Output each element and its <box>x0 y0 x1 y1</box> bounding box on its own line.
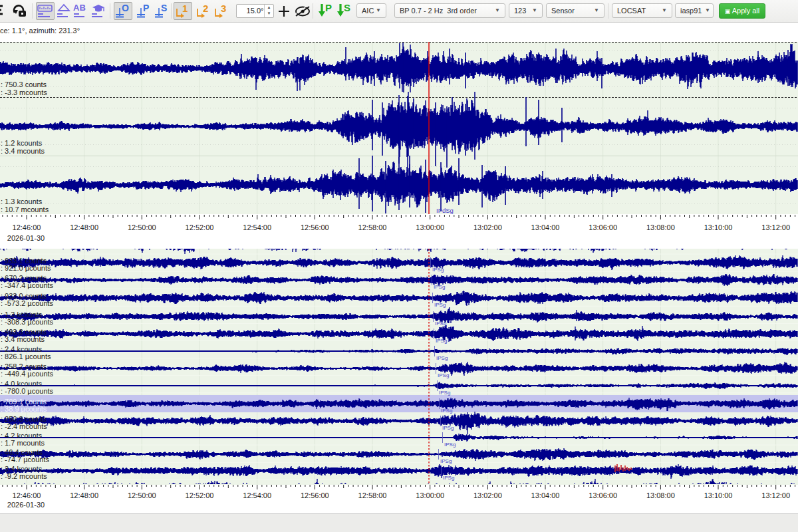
svg-text:: -573.2 µcounts: : -573.2 µcounts <box>1 299 54 307</box>
svg-text:12:52:00: 12:52:00 <box>186 491 214 499</box>
svg-text:P: P <box>143 3 149 13</box>
svg-text:13:10:00: 13:10:00 <box>704 491 733 499</box>
svg-text:: 1.3 kcounts: : 1.3 kcounts <box>1 198 43 205</box>
svg-text:IPSg: IPSg <box>438 372 449 378</box>
svg-text:2026-01-30: 2026-01-30 <box>7 501 45 509</box>
svg-text:O: O <box>122 3 129 13</box>
svg-text:13:06:00: 13:06:00 <box>589 223 617 231</box>
svg-text:13:02:00: 13:02:00 <box>473 491 502 499</box>
svg-text:12:48:00: 12:48:00 <box>70 223 98 231</box>
svg-text:12:58:00: 12:58:00 <box>358 223 387 231</box>
svg-text:13:10:00: 13:10:00 <box>704 223 733 231</box>
svg-text:IPSg: IPSg <box>442 425 454 431</box>
svg-text:: -308.3 µcounts: : -308.3 µcounts <box>1 318 54 326</box>
svg-text:IPSg: IPSg <box>435 321 446 327</box>
svg-text:IPSg: IPSg <box>444 442 456 448</box>
svg-text:12:56:00: 12:56:00 <box>301 491 329 499</box>
svg-text:IPdSg: IPdSg <box>436 207 454 214</box>
svg-text:: 3.4 mcounts: : 3.4 mcounts <box>1 335 45 343</box>
svg-text:AB: AB <box>73 3 86 13</box>
svg-text:: 1.7 mcounts: : 1.7 mcounts <box>1 439 45 447</box>
svg-text:13:00:00: 13:00:00 <box>416 491 444 499</box>
svg-text:: -780.0 µcounts: : -780.0 µcounts <box>1 387 54 395</box>
svg-text:13:04:00: 13:04:00 <box>531 223 560 231</box>
svg-text:: 10.7 mcounts: : 10.7 mcounts <box>1 205 49 213</box>
svg-text:1: 1 <box>182 3 188 14</box>
svg-text:12:58:00: 12:58:00 <box>358 491 387 499</box>
svg-text:S: S <box>161 3 167 13</box>
svg-text:S: S <box>344 3 350 13</box>
svg-text:: 921.0 µcounts: : 921.0 µcounts <box>1 264 51 272</box>
svg-text:12:46:00: 12:46:00 <box>13 491 41 499</box>
svg-text:12:52:00: 12:52:00 <box>186 223 214 231</box>
svg-text:: 3.4 mcounts: : 3.4 mcounts <box>1 147 45 155</box>
svg-text:: -347.4 µcounts: : -347.4 µcounts <box>1 281 54 289</box>
svg-text:2026-01-30: 2026-01-30 <box>7 234 45 242</box>
svg-text:IPSg: IPSg <box>432 267 444 273</box>
svg-text:: 750.3 counts: : 750.3 counts <box>1 80 47 88</box>
svg-text:IPSg: IPSg <box>434 284 445 290</box>
svg-text:13:04:00: 13:04:00 <box>531 491 560 499</box>
svg-text:IPSg: IPSg <box>436 355 448 361</box>
svg-text:: 1.2 kcounts: : 1.2 kcounts <box>1 139 43 147</box>
svg-text:: -3.3 mcounts: : -3.3 mcounts <box>1 88 47 96</box>
svg-text:: -449.4 µcounts: : -449.4 µcounts <box>1 370 54 378</box>
svg-text:IPSg: IPSg <box>434 302 446 308</box>
svg-text:13:08:00: 13:08:00 <box>646 491 675 499</box>
svg-text:3: 3 <box>221 3 226 14</box>
svg-text:12:54:00: 12:54:00 <box>243 223 271 231</box>
svg-text:IPSg: IPSg <box>443 475 454 481</box>
svg-text:13:08:00: 13:08:00 <box>646 223 675 231</box>
svg-text:IPSg: IPSg <box>440 458 452 464</box>
svg-text:IPSg: IPSg <box>436 338 447 344</box>
svg-text:13:02:00: 13:02:00 <box>473 223 502 231</box>
svg-text:: -2.4 mcounts: : -2.4 mcounts <box>1 422 47 430</box>
svg-text:: 38.9 µcounts: : 38.9 µcounts <box>1 405 47 413</box>
svg-text:13:12:00: 13:12:00 <box>761 491 790 499</box>
svg-text:13:00:00: 13:00:00 <box>416 223 444 231</box>
svg-text:: -9.2 mcounts: : -9.2 mcounts <box>1 472 47 480</box>
svg-text:13:06:00: 13:06:00 <box>589 491 617 499</box>
svg-text:: -74.7 µcounts: : -74.7 µcounts <box>1 456 49 464</box>
svg-text:12:54:00: 12:54:00 <box>243 491 271 499</box>
svg-text:12:46:00: 12:46:00 <box>13 223 41 231</box>
svg-text:P: P <box>325 3 332 13</box>
svg-text:13:12:00: 13:12:00 <box>761 223 790 231</box>
svg-text:: 826.1 µcounts: : 826.1 µcounts <box>1 352 51 360</box>
svg-text:IPSg: IPSg <box>439 390 450 396</box>
svg-text:2: 2 <box>203 3 208 14</box>
svg-text:12:50:00: 12:50:00 <box>128 223 156 231</box>
svg-text:IPSg: IPSg <box>441 408 452 414</box>
svg-text:12:50:00: 12:50:00 <box>128 491 156 499</box>
svg-text:12:56:00: 12:56:00 <box>301 223 329 231</box>
svg-text:12:48:00: 12:48:00 <box>70 491 98 499</box>
